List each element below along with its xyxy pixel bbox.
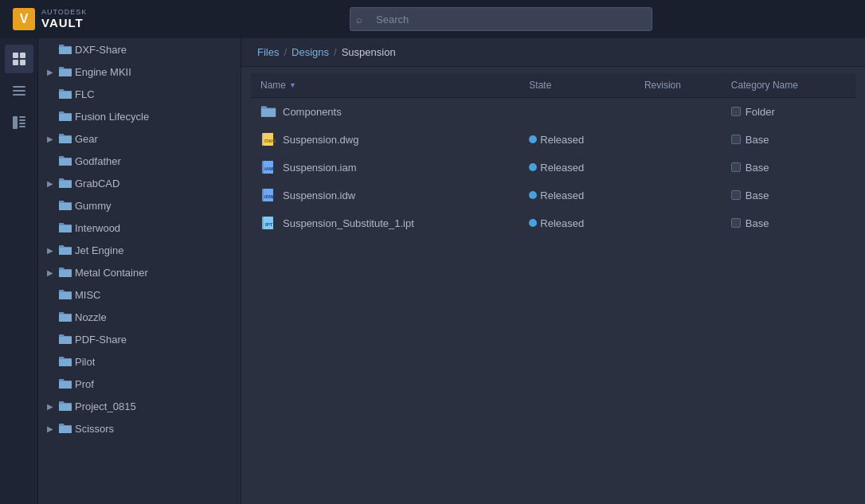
category-checkbox-suspension-iam[interactable] bbox=[731, 162, 741, 172]
search-bar: ⌕ bbox=[350, 7, 652, 31]
suspension-dwg-name-label: Suspension.dwg bbox=[283, 134, 358, 146]
cell-revision-suspension-dwg bbox=[635, 126, 722, 154]
breadcrumb-suspension: Suspension bbox=[342, 46, 396, 58]
sidebar-item-pilot[interactable]: Pilot bbox=[38, 350, 241, 373]
sidebar-item-flc[interactable]: FLC bbox=[38, 83, 241, 105]
category-label-components: Folder bbox=[746, 106, 775, 118]
metal-container-arrow-icon[interactable] bbox=[45, 267, 56, 278]
sidebar-item-pdf-share[interactable]: PDF-Share bbox=[38, 328, 241, 350]
col-header-name[interactable]: Name ▼ bbox=[251, 73, 519, 98]
category-label-suspension-iam: Base bbox=[746, 162, 769, 174]
state-label-suspension-dwg: Released bbox=[540, 134, 584, 146]
category-checkbox-components[interactable] bbox=[731, 107, 741, 116]
prof-label: Prof bbox=[75, 378, 94, 390]
logo-area: V AUTODESK VAULT bbox=[13, 8, 140, 30]
suspension-idw-name-label: Suspension.idw bbox=[283, 189, 355, 201]
engine-mkii-arrow-icon[interactable] bbox=[45, 66, 56, 77]
sidebar-item-dxf-share[interactable]: DXF-Share bbox=[38, 38, 241, 61]
col-header-state[interactable]: State bbox=[519, 73, 635, 98]
jet-engine-label: Jet Engine bbox=[75, 244, 123, 256]
project-0815-arrow-icon[interactable] bbox=[45, 400, 56, 412]
sidebar-item-project-0815[interactable]: Project_0815 bbox=[38, 395, 241, 417]
table-row-suspension-substitute[interactable]: IPT Suspension_Substitute_1.ipt Released… bbox=[251, 209, 855, 237]
suspension-substitute-name-label: Suspension_Substitute_1.ipt bbox=[283, 217, 414, 229]
svg-rect-0 bbox=[13, 53, 18, 58]
sidebar-item-nozzle[interactable]: Nozzle bbox=[38, 306, 241, 328]
sidebar-tree: DXF-Share Engine MKII FLC Fusion Lifecyc… bbox=[38, 38, 241, 504]
breadcrumb: Files / Designs / Suspension bbox=[241, 38, 865, 67]
grabcad-label: GrabCAD bbox=[75, 178, 119, 189]
jet-engine-folder-icon bbox=[59, 244, 72, 256]
nav-grid-button[interactable] bbox=[5, 108, 33, 137]
sidebar-item-engine-mkii[interactable]: Engine MKII bbox=[38, 61, 241, 83]
breadcrumb-designs[interactable]: Designs bbox=[292, 46, 329, 58]
sidebar-item-misc[interactable]: MISC bbox=[38, 283, 241, 306]
nozzle-label: Nozzle bbox=[75, 311, 107, 323]
sidebar-item-prof[interactable]: Prof bbox=[38, 373, 241, 395]
suspension-dwg-file-icon: DWG bbox=[260, 131, 276, 147]
svg-rect-10 bbox=[19, 123, 25, 124]
sidebar-item-godfather[interactable]: Godfather bbox=[38, 150, 241, 172]
sidebar-item-metal-container[interactable]: Metal Container bbox=[38, 261, 241, 283]
status-dot-suspension-substitute bbox=[529, 219, 537, 227]
flc-label: FLC bbox=[75, 88, 95, 100]
gear-arrow-icon[interactable] bbox=[45, 133, 56, 144]
svg-rect-11 bbox=[19, 126, 25, 127]
sidebar-item-scissors[interactable]: Scissors bbox=[38, 417, 241, 440]
svg-rect-5 bbox=[13, 90, 25, 92]
prof-folder-icon bbox=[59, 377, 72, 390]
cell-name-suspension-dwg: DWG Suspension.dwg bbox=[251, 126, 519, 154]
svg-rect-8 bbox=[19, 116, 25, 118]
cell-state-suspension-iam: Released bbox=[519, 154, 635, 182]
table-row-suspension-dwg[interactable]: DWG Suspension.dwg ReleasedBase bbox=[251, 126, 855, 154]
cell-category-suspension-iam: Base bbox=[722, 154, 855, 182]
gear-folder-icon bbox=[59, 132, 72, 145]
components-name-label: Components bbox=[283, 106, 342, 118]
breadcrumb-separator: / bbox=[334, 46, 337, 58]
brand-vault-label: VAULT bbox=[41, 17, 87, 30]
nav-home-button[interactable] bbox=[5, 45, 33, 73]
category-checkbox-suspension-dwg[interactable] bbox=[731, 135, 741, 144]
jet-engine-arrow-icon[interactable] bbox=[45, 244, 56, 256]
sort-icon: ▼ bbox=[289, 81, 296, 89]
svg-text:DWG: DWG bbox=[264, 139, 276, 143]
table-row-components[interactable]: Components Folder bbox=[251, 98, 855, 126]
svg-rect-2 bbox=[13, 60, 18, 65]
sidebar-item-interwood[interactable]: Interwood bbox=[38, 217, 241, 239]
svg-text:IAM: IAM bbox=[264, 166, 273, 171]
sidebar-item-grabcad[interactable]: GrabCAD bbox=[38, 172, 241, 194]
grabcad-arrow-icon[interactable] bbox=[45, 178, 56, 189]
cell-revision-suspension-iam bbox=[635, 154, 722, 182]
category-checkbox-suspension-idw[interactable] bbox=[731, 190, 741, 200]
gummy-label: Gummy bbox=[75, 200, 112, 212]
col-header-category[interactable]: Category Name bbox=[722, 73, 855, 98]
pdf-share-label: PDF-Share bbox=[75, 334, 127, 346]
breadcrumb-separator: / bbox=[284, 46, 287, 58]
breadcrumb-files[interactable]: Files bbox=[257, 46, 279, 58]
files-table: Name ▼ State Revision Category Name Comp… bbox=[251, 73, 855, 237]
suspension-substitute-file-icon: IPT bbox=[260, 215, 276, 231]
nav-list-button[interactable] bbox=[5, 76, 33, 105]
fusion-lifecycle-label: Fusion Lifecycle bbox=[75, 111, 149, 123]
table-row-suspension-idw[interactable]: IDW Suspension.idw ReleasedBase bbox=[251, 182, 855, 209]
project-0815-label: Project_0815 bbox=[75, 400, 136, 412]
godfather-folder-icon bbox=[59, 154, 72, 167]
col-header-revision[interactable]: Revision bbox=[635, 73, 722, 98]
flc-folder-icon bbox=[59, 88, 72, 100]
status-dot-suspension-iam bbox=[529, 163, 537, 171]
sidebar-item-gummy[interactable]: Gummy bbox=[38, 194, 241, 217]
cell-category-suspension-idw: Base bbox=[722, 182, 855, 209]
table-row-suspension-iam[interactable]: IAM Suspension.iam ReleasedBase bbox=[251, 154, 855, 182]
scissors-arrow-icon[interactable] bbox=[45, 423, 56, 434]
cell-name-components: Components bbox=[251, 98, 519, 126]
cell-state-suspension-substitute: Released bbox=[519, 209, 635, 237]
pdf-share-folder-icon bbox=[59, 333, 72, 346]
suspension-iam-file-icon: IAM bbox=[260, 159, 276, 175]
search-input[interactable] bbox=[350, 7, 652, 31]
file-table: Name ▼ State Revision Category Name Comp… bbox=[241, 67, 865, 504]
category-checkbox-suspension-substitute[interactable] bbox=[731, 218, 741, 228]
metal-container-label: Metal Container bbox=[75, 267, 148, 279]
sidebar-item-jet-engine[interactable]: Jet Engine bbox=[38, 239, 241, 261]
sidebar-item-fusion-lifecycle[interactable]: Fusion Lifecycle bbox=[38, 105, 241, 127]
sidebar-item-gear[interactable]: Gear bbox=[38, 127, 241, 150]
